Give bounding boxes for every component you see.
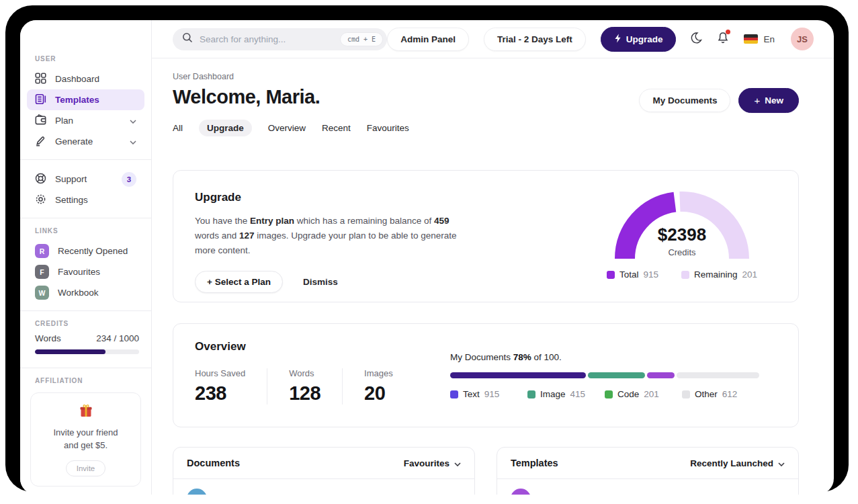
link-badge-r: R <box>35 244 49 258</box>
overview-card-title: Overview <box>195 340 777 353</box>
chevron-down-icon <box>130 136 136 146</box>
tab-overview[interactable]: Overview <box>268 120 306 136</box>
dismiss-button[interactable]: Dismiss <box>303 277 338 287</box>
stat-words: Words 128 <box>289 368 343 405</box>
segment-image <box>588 372 645 378</box>
templates-filter-dropdown[interactable]: Recently Launched <box>690 458 785 468</box>
search-placeholder: Search for anything... <box>200 34 286 44</box>
lightning-icon <box>614 34 621 45</box>
template-location: in Workbook <box>736 494 785 495</box>
template-row[interactable]: Blog Post Title in Workbook <box>497 479 798 495</box>
chevron-down-icon <box>130 116 136 126</box>
sidebar-link-label: Favourites <box>58 267 100 277</box>
affiliation-text-line1: Invite your friend <box>38 427 134 439</box>
sidebar-item-label: Support <box>55 174 87 184</box>
upgrade-button[interactable]: Upgrade <box>601 27 677 52</box>
legend-other: Other612 <box>682 389 759 399</box>
user-avatar[interactable]: JS <box>791 28 814 50</box>
tab-recent[interactable]: Recent <box>322 120 351 136</box>
support-count-badge: 3 <box>122 172 136 187</box>
credits-words-value: 234 / 1000 <box>96 333 139 343</box>
language-selector[interactable]: En <box>744 34 775 44</box>
sidebar-item-generate[interactable]: Generate <box>27 131 144 152</box>
sidebar-link-recently-opened[interactable]: R Recently Opened <box>27 241 144 261</box>
documents-progress: My Documents 78% of 100. Text915 Image41… <box>450 352 759 399</box>
sidebar-section-links: LINKS <box>35 227 151 235</box>
templates-card-title: Templates <box>511 458 558 468</box>
chevron-down-icon <box>454 458 461 468</box>
credits-progress-fill <box>35 349 105 354</box>
admin-panel-button[interactable]: Admin Panel <box>387 28 469 51</box>
sidebar-item-label: Settings <box>55 195 88 205</box>
search-icon <box>182 32 193 46</box>
documents-filter-dropdown[interactable]: Favourites <box>404 458 461 468</box>
search-input[interactable]: Search for anything... cmd + E <box>173 28 387 50</box>
segment-text <box>450 372 586 378</box>
document-row[interactable]: Untitled Document in Workbook <box>173 479 474 495</box>
stat-images: Images 20 <box>364 368 415 405</box>
gauge-sublabel: Credits <box>607 247 757 257</box>
sidebar-link-workbook[interactable]: W Workbook <box>27 282 144 303</box>
sidebar-item-label: Dashboard <box>55 74 99 84</box>
plus-icon: + <box>207 277 212 287</box>
window-frame: USER Dashboard Templates Plan Generate <box>5 5 849 492</box>
tab-bar: All Upgrade Overview Recent Favourites <box>173 120 799 136</box>
legend-swatch <box>605 390 613 398</box>
lifebuoy-icon <box>35 173 46 186</box>
bar-legend: Text915 Image415 Code201 Other612 <box>450 389 759 399</box>
new-button-label: New <box>765 95 783 106</box>
legend-text: Text915 <box>450 389 527 399</box>
tab-upgrade[interactable]: Upgrade <box>199 120 252 136</box>
affiliation-card: Invite your friend and get $5. Invite <box>30 392 141 487</box>
sidebar-item-dashboard[interactable]: Dashboard <box>27 69 144 89</box>
tab-favourites[interactable]: Favourites <box>367 120 409 136</box>
gift-icon <box>79 409 93 421</box>
sidebar-item-plan[interactable]: Plan <box>27 110 144 131</box>
breadcrumb: User Dashboard <box>173 72 799 81</box>
affiliation-text-line2: and get $5. <box>38 439 134 452</box>
app-window: USER Dashboard Templates Plan Generate <box>20 20 834 495</box>
legend-remaining: Remaining201 <box>681 269 757 280</box>
chevron-down-icon <box>778 458 785 468</box>
credits-progress-track <box>35 349 139 354</box>
document-icon <box>35 93 46 107</box>
grid-icon <box>35 73 46 86</box>
document-avatar <box>187 489 207 495</box>
notifications-button[interactable] <box>717 32 729 46</box>
pencil-icon <box>35 135 46 149</box>
sidebar-item-label: Plan <box>55 116 73 126</box>
notification-dot <box>726 30 730 34</box>
stat-hours-saved: Hours Saved 238 <box>195 368 267 405</box>
new-button[interactable]: + New <box>738 88 799 113</box>
sidebar-divider <box>20 368 151 368</box>
main-content: User Dashboard Welcome, Maria. My Docume… <box>152 58 834 495</box>
document-location: in Workbook <box>413 494 461 495</box>
legend-swatch <box>682 390 690 398</box>
plus-icon: + <box>754 95 760 106</box>
overview-card: Overview Hours Saved 238 Words 128 Image… <box>173 323 799 427</box>
gauge-value: $2398 <box>607 224 757 245</box>
sidebar-item-support[interactable]: Support 3 <box>27 169 144 190</box>
tab-all[interactable]: All <box>173 120 183 136</box>
dark-mode-toggle[interactable] <box>689 32 702 46</box>
trial-badge-button[interactable]: Trial - 2 Days Left <box>484 28 586 51</box>
progress-label: My Documents 78% of 100. <box>450 352 759 362</box>
sidebar-divider <box>20 218 151 218</box>
sidebar-link-label: Workbook <box>58 288 99 298</box>
sidebar-section-credits: CREDITS <box>35 320 151 327</box>
sidebar-item-settings[interactable]: Settings <box>27 190 144 210</box>
link-badge-w: W <box>35 286 49 300</box>
sidebar: USER Dashboard Templates Plan Generate <box>20 20 152 495</box>
templates-card: Templates Recently Launched Blog Post Ti… <box>497 447 799 495</box>
legend-swatch <box>681 271 689 279</box>
select-plan-button[interactable]: + Select a Plan <box>195 271 283 293</box>
my-documents-button[interactable]: My Documents <box>639 89 730 112</box>
credits-gauge: $2398 Credits Total915 Remaining201 <box>607 188 757 280</box>
sidebar-link-label: Recently Opened <box>58 246 128 256</box>
sidebar-item-templates[interactable]: Templates <box>27 89 144 110</box>
sidebar-link-favourites[interactable]: F Favourites <box>27 261 144 282</box>
german-flag-icon <box>744 34 758 44</box>
upgrade-card-body: You have the Entry plan which has a rema… <box>195 214 467 258</box>
link-badge-f: F <box>35 265 49 279</box>
invite-button[interactable]: Invite <box>66 460 106 476</box>
